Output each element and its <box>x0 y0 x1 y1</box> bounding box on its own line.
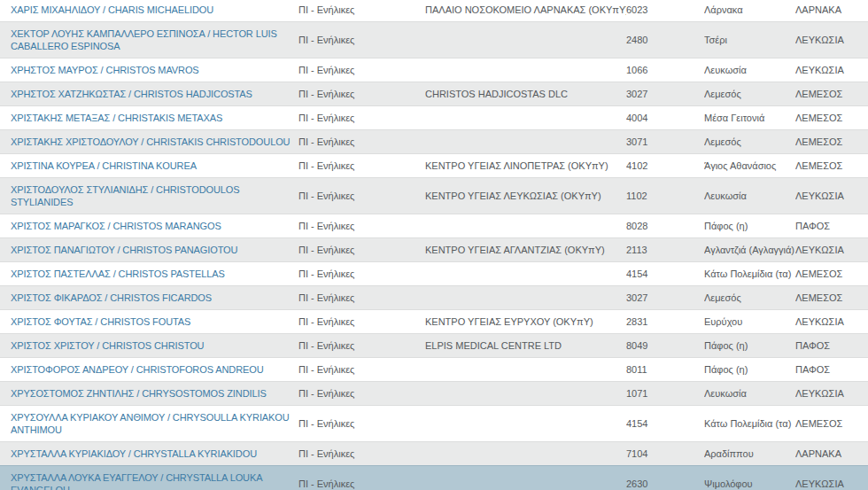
doctor-name-link[interactable]: ΧΡΗΣΤΟΣ ΜΑΥΡΟΣ / CHRISTOS MAVROS <box>11 65 199 75</box>
table-row[interactable]: ΧΡΗΣΤΟΣ ΧΑΤΖΗΚΩΣΤΑΣ / CHRISTOS HADJICOST… <box>0 82 868 106</box>
postal-code-cell: 1066 <box>626 58 704 82</box>
table-row[interactable]: ΧΡΙΣΤΟΣ ΦΟΥΤΑΣ / CHRISTOS FOUTAS ΠΙ - Εν… <box>0 310 868 334</box>
facility-cell <box>425 58 626 82</box>
town-cell: Λάρνακα <box>704 0 795 22</box>
table-row[interactable]: ΧΡΙΣΤΑΚΗΣ ΜΕΤΑΞΑΣ / CHRISTAKIS METAXAS Π… <box>0 106 868 130</box>
doctor-name-cell: ΧΡΙΣΤΑΚΗΣ ΜΕΤΑΞΑΣ / CHRISTAKIS METAXAS <box>0 106 298 130</box>
district-cell: ΛΕΥΚΩΣΙΑ <box>795 178 868 214</box>
town-cell: Ευρύχου <box>704 310 795 334</box>
doctor-category-cell: ΠΙ - Ενήλικες <box>298 82 425 106</box>
facility-cell <box>425 262 626 286</box>
doctor-name-cell: ΧΑΡΙΣ ΜΙΧΑΗΛΙΔΟΥ / CHARIS MICHAELIDOU <box>0 0 298 22</box>
facility-cell: ΚΕΝΤΡΟ ΥΓΕΙΑΣ ΕΥΡΥΧΟΥ (ΟΚΥπΥ) <box>425 310 626 334</box>
doctor-name-link[interactable]: ΧΡΙΣΤΟΣ ΦΟΥΤΑΣ / CHRISTOS FOUTAS <box>11 316 190 327</box>
table-row[interactable]: ΧΡΙΣΤΟΦΟΡΟΣ ΑΝΔΡΕΟΥ / CHRISTOFOROS ANDRE… <box>0 358 868 382</box>
doctor-name-cell: ΧΡΥΣΟΣΤΟΜΟΣ ΖΗΝΤΙΛΗΣ / CHRYSOSTOMOS ZIND… <box>0 382 298 406</box>
doctor-name-cell: ΧΕΚΤΟΡ ΛΟΥΗΣ ΚΑΜΠΑΛΛΕΡΟ ΕΣΠΙΝΟΣΑ / HECTO… <box>0 22 298 58</box>
district-cell: ΛΕΜΕΣΟΣ <box>795 82 868 106</box>
table-row[interactable]: ΧΡΥΣΤΑΛΛΑ ΛΟΥΚΑ ΕΥΑΓΓΕΛΟΥ / CHRYSTALLA L… <box>0 466 868 490</box>
facility-cell <box>425 22 626 58</box>
doctor-category-cell: ΠΙ - Ενήλικες <box>298 238 425 262</box>
town-cell: Αγλαντζιά (Αγλαγγιά) <box>704 238 795 262</box>
postal-code-cell: 1102 <box>626 178 704 214</box>
table-row[interactable]: ΧΡΥΣΟΥΛΛΑ ΚΥΡΙΑΚΟΥ ΑΝΘΙΜΟΥ / CHRYSOULLA … <box>0 406 868 442</box>
doctor-name-link[interactable]: ΧΡΥΣΤΑΛΛΑ ΛΟΥΚΑ ΕΥΑΓΓΕΛΟΥ / CHRYSTALLA L… <box>11 472 262 490</box>
table-row[interactable]: ΧΡΙΣΤΑΚΗΣ ΧΡΙΣΤΟΔΟΥΛΟΥ / CHRISTAKIS CHRI… <box>0 130 868 154</box>
town-cell: Λευκωσία <box>704 58 795 82</box>
doctor-category-cell: ΠΙ - Ενήλικες <box>298 382 425 406</box>
doctor-name-link[interactable]: ΧΡΥΣΟΣΤΟΜΟΣ ΖΗΝΤΙΛΗΣ / CHRYSOSTOMOS ZIND… <box>11 388 267 399</box>
doctor-name-link[interactable]: ΧΡΙΣΤΟΣ ΧΡΙΣΤΟΥ / CHRISTOS CHRISTOU <box>11 340 204 351</box>
doctor-name-link[interactable]: ΧΡΗΣΤΟΣ ΧΑΤΖΗΚΩΣΤΑΣ / CHRISTOS HADJICOST… <box>11 89 252 99</box>
table-row[interactable]: ΧΑΡΙΣ ΜΙΧΑΗΛΙΔΟΥ / CHARIS MICHAELIDOU ΠΙ… <box>0 0 868 22</box>
table-row[interactable]: ΧΕΚΤΟΡ ΛΟΥΗΣ ΚΑΜΠΑΛΛΕΡΟ ΕΣΠΙΝΟΣΑ / HECTO… <box>0 22 868 58</box>
district-cell: ΛΕΜΕΣΟΣ <box>795 154 868 178</box>
doctor-name-link[interactable]: ΧΡΙΣΤΟΣ ΠΑΣΤΕΛΛΑΣ / CHRISTOS PASTELLAS <box>11 268 225 279</box>
town-cell: Πάφος (η) <box>704 334 795 358</box>
postal-code-cell: 8011 <box>626 358 704 382</box>
district-cell: ΠΑΦΟΣ <box>795 358 868 382</box>
doctor-name-link[interactable]: ΧΡΙΣΤΟΣ ΜΑΡΑΓΚΟΣ / CHRISTOS MARANGOS <box>11 221 221 231</box>
district-cell: ΛΕΥΚΩΣΙΑ <box>795 22 868 58</box>
doctor-name-link[interactable]: ΧΡΥΣΟΥΛΛΑ ΚΥΡΙΑΚΟΥ ΑΝΘΙΜΟΥ / CHRYSOULLA … <box>11 412 290 435</box>
table-row[interactable]: ΧΡΙΣΤΟΔΟΥΛΟΣ ΣΤΥΛΙΑΝΙΔΗΣ / CHRISTODOULOS… <box>0 178 868 214</box>
facility-cell: ΠΑΛΑΙΟ ΝΟΣΟΚΟΜΕΙΟ ΛΑΡΝΑΚΑΣ (ΟΚΥπΥ) <box>425 0 626 22</box>
district-cell: ΛΕΥΚΩΣΙΑ <box>795 310 868 334</box>
district-cell: ΛΕΜΕΣΟΣ <box>795 130 868 154</box>
doctor-name-cell: ΧΡΙΣΤΟΣ ΧΡΙΣΤΟΥ / CHRISTOS CHRISTOU <box>0 334 298 358</box>
district-cell: ΛΑΡΝΑΚΑ <box>795 442 868 466</box>
doctor-category-cell: ΠΙ - Ενήλικες <box>298 130 425 154</box>
facility-cell: ELPIS MEDICAL CENTRE LTD <box>425 334 626 358</box>
town-cell: Πάφος (η) <box>704 214 795 238</box>
doctor-category-cell: ΠΙ - Ενήλικες <box>298 106 425 130</box>
town-cell: Λεμεσός <box>704 82 795 106</box>
doctor-category-cell: ΠΙ - Ενήλικες <box>298 358 425 382</box>
doctor-category-cell: ΠΙ - Ενήλικες <box>298 466 425 490</box>
facility-cell <box>425 286 626 310</box>
table-row[interactable]: ΧΡΙΣΤΙΝΑ ΚΟΥΡΕΑ / CHRISTINA KOUREA ΠΙ - … <box>0 154 868 178</box>
district-cell: ΛΕΥΚΩΣΙΑ <box>795 58 868 82</box>
table-row[interactable]: ΧΡΙΣΤΟΣ ΧΡΙΣΤΟΥ / CHRISTOS CHRISTOU ΠΙ -… <box>0 334 868 358</box>
table-body: ΧΑΡΙΣ ΜΙΧΑΗΛΙΔΟΥ / CHARIS MICHAELIDOU ΠΙ… <box>0 0 868 490</box>
doctor-name-link[interactable]: ΧΡΙΣΤΑΚΗΣ ΧΡΙΣΤΟΔΟΥΛΟΥ / CHRISTAKIS CHRI… <box>11 136 290 147</box>
district-cell: ΠΑΦΟΣ <box>795 214 868 238</box>
facility-cell <box>425 442 626 466</box>
facility-cell <box>425 466 626 490</box>
postal-code-cell: 3027 <box>626 286 704 310</box>
doctor-name-link[interactable]: ΧΡΥΣΤΑΛΛΑ ΚΥΡΙΑΚΙΔΟΥ / CHRYSTALLA KYRIAK… <box>11 448 257 459</box>
doctor-category-cell: ΠΙ - Ενήλικες <box>298 406 425 442</box>
doctor-category-cell: ΠΙ - Ενήλικες <box>298 262 425 286</box>
postal-code-cell: 2831 <box>626 310 704 334</box>
town-cell: Λεμεσός <box>704 286 795 310</box>
table-row[interactable]: ΧΡΙΣΤΟΣ ΠΑΝΑΓΙΩΤΟΥ / CHRISTOS PANAGIOTOU… <box>0 238 868 262</box>
table-row[interactable]: ΧΡΗΣΤΟΣ ΜΑΥΡΟΣ / CHRISTOS MAVROS ΠΙ - Εν… <box>0 58 868 82</box>
town-cell: Κάτω Πολεμίδια (τα) <box>704 262 795 286</box>
doctor-name-link[interactable]: ΧΑΡΙΣ ΜΙΧΑΗΛΙΔΟΥ / CHARIS MICHAELIDOU <box>11 4 213 15</box>
town-cell: Ψιμολόφου <box>704 466 795 490</box>
doctor-name-cell: ΧΡΙΣΤΟΦΟΡΟΣ ΑΝΔΡΕΟΥ / CHRISTOFOROS ANDRE… <box>0 358 298 382</box>
facility-cell <box>425 106 626 130</box>
doctor-category-cell: ΠΙ - Ενήλικες <box>298 214 425 238</box>
table-row[interactable]: ΧΡΙΣΤΟΣ ΜΑΡΑΓΚΟΣ / CHRISTOS MARANGOS ΠΙ … <box>0 214 868 238</box>
doctor-name-link[interactable]: ΧΡΙΣΤΙΝΑ ΚΟΥΡΕΑ / CHRISTINA KOUREA <box>11 160 197 171</box>
facility-cell <box>425 406 626 442</box>
postal-code-cell: 6023 <box>626 0 704 22</box>
doctor-name-link[interactable]: ΧΕΚΤΟΡ ΛΟΥΗΣ ΚΑΜΠΑΛΛΕΡΟ ΕΣΠΙΝΟΣΑ / HECTO… <box>11 28 277 51</box>
doctor-name-cell: ΧΡΙΣΤΟΣ ΦΙΚΑΡΔΟΣ / CHRISTOS FICARDOS <box>0 286 298 310</box>
doctor-name-link[interactable]: ΧΡΙΣΤΟΦΟΡΟΣ ΑΝΔΡΕΟΥ / CHRISTOFOROS ANDRE… <box>11 364 264 375</box>
table-row[interactable]: ΧΡΙΣΤΟΣ ΦΙΚΑΡΔΟΣ / CHRISTOS FICARDOS ΠΙ … <box>0 286 868 310</box>
doctor-name-link[interactable]: ΧΡΙΣΤΟΔΟΥΛΟΣ ΣΤΥΛΙΑΝΙΔΗΣ / CHRISTODOULOS… <box>11 184 240 207</box>
postal-code-cell: 8049 <box>626 334 704 358</box>
doctor-category-cell: ΠΙ - Ενήλικες <box>298 58 425 82</box>
postal-code-cell: 3071 <box>626 130 704 154</box>
district-cell: ΛΕΥΚΩΣΙΑ <box>795 382 868 406</box>
facility-cell: CHRISTOS HADJICOSTAS DLC <box>425 82 626 106</box>
table-row[interactable]: ΧΡΥΣΟΣΤΟΜΟΣ ΖΗΝΤΙΛΗΣ / CHRYSOSTOMOS ZIND… <box>0 382 868 406</box>
table-row[interactable]: ΧΡΥΣΤΑΛΛΑ ΚΥΡΙΑΚΙΔΟΥ / CHRYSTALLA KYRIAK… <box>0 442 868 466</box>
table-row[interactable]: ΧΡΙΣΤΟΣ ΠΑΣΤΕΛΛΑΣ / CHRISTOS PASTELLAS Π… <box>0 262 868 286</box>
doctor-name-link[interactable]: ΧΡΙΣΤΟΣ ΠΑΝΑΓΙΩΤΟΥ / CHRISTOS PANAGIOTOU <box>11 245 237 255</box>
doctor-name-link[interactable]: ΧΡΙΣΤΑΚΗΣ ΜΕΤΑΞΑΣ / CHRISTAKIS METAXAS <box>11 113 222 123</box>
facility-cell <box>425 382 626 406</box>
postal-code-cell: 2480 <box>626 22 704 58</box>
doctor-name-link[interactable]: ΧΡΙΣΤΟΣ ΦΙΚΑΡΔΟΣ / CHRISTOS FICARDOS <box>11 292 212 303</box>
